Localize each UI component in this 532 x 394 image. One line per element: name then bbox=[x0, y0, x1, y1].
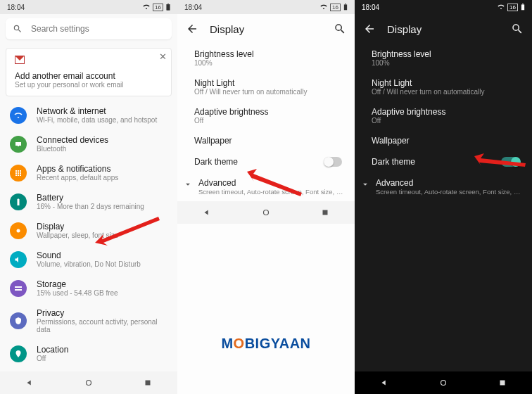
nav-bar bbox=[0, 371, 177, 394]
status-time: 18:04 bbox=[362, 4, 379, 11]
status-icons-right: 16 bbox=[320, 4, 348, 11]
row-advanced[interactable]: AdvancedScreen timeout, Auto-rotate scre… bbox=[355, 172, 532, 201]
svg-point-8 bbox=[264, 210, 269, 215]
search-icon[interactable] bbox=[334, 23, 346, 35]
row-subtitle: 15% used - 54.48 GB free bbox=[37, 289, 118, 297]
status-icons-right: 16 bbox=[498, 4, 525, 11]
panel-display-light: 18:04 16 Display Brightness level100% Ni… bbox=[177, 0, 355, 394]
row-title: Network & internet bbox=[37, 106, 157, 116]
sound-icon bbox=[10, 251, 27, 268]
svg-rect-7 bbox=[345, 4, 346, 4]
settings-row-sound[interactable]: SoundVolume, vibration, Do Not Disturb bbox=[0, 245, 177, 274]
settings-list: Network & internetWi-Fi, mobile, data us… bbox=[0, 101, 177, 371]
gmail-icon bbox=[15, 56, 25, 64]
svg-rect-4 bbox=[146, 381, 151, 386]
svg-rect-9 bbox=[323, 210, 328, 215]
nav-home-icon[interactable] bbox=[438, 378, 448, 388]
nav-home-icon[interactable] bbox=[261, 208, 271, 217]
settings-row-battery[interactable]: Battery16% - More than 2 days remaining bbox=[0, 187, 177, 216]
search-icon[interactable] bbox=[511, 23, 524, 35]
svg-point-13 bbox=[441, 381, 446, 386]
row-nightlight[interactable]: Night LightOff / Will never turn on auto… bbox=[355, 72, 532, 101]
settings-row-location[interactable]: LocationOff bbox=[0, 339, 177, 368]
battery-icon bbox=[10, 193, 27, 210]
row-brightness[interactable]: Brightness level100% bbox=[177, 44, 355, 72]
battery-icon bbox=[343, 4, 348, 11]
email-card[interactable]: ✕ Add another email account Set up your … bbox=[6, 48, 172, 96]
status-time: 18:04 bbox=[7, 4, 25, 11]
nav-recent-icon[interactable] bbox=[320, 208, 330, 217]
email-card-subtitle: Set up your personal or work email bbox=[15, 81, 163, 89]
status-time: 18:04 bbox=[184, 4, 202, 11]
badge-icon: 16 bbox=[507, 4, 518, 11]
row-nightlight[interactable]: Night LightOff / Will never turn on auto… bbox=[177, 72, 355, 101]
panel-display-dark: 18:04 16 Display Brightness level100% Ni… bbox=[355, 0, 532, 394]
nav-back-icon[interactable] bbox=[25, 378, 34, 388]
location-icon bbox=[10, 345, 27, 362]
settings-row-wifi[interactable]: Network & internetWi-Fi, mobile, data us… bbox=[0, 101, 177, 129]
row-title: Connected devices bbox=[37, 135, 108, 145]
display-icon bbox=[10, 222, 27, 239]
close-icon[interactable]: ✕ bbox=[159, 51, 167, 62]
svg-rect-14 bbox=[500, 381, 505, 386]
row-adaptive[interactable]: Adaptive brightnessOff bbox=[355, 101, 532, 130]
back-icon[interactable] bbox=[186, 23, 198, 35]
row-subtitle: Bluetooth bbox=[37, 145, 108, 153]
battery-icon bbox=[166, 4, 170, 11]
settings-row-storage[interactable]: Storage15% used - 54.48 GB free bbox=[0, 274, 177, 303]
status-bar: 18:04 16 bbox=[0, 0, 177, 14]
darktheme-switch-on[interactable] bbox=[501, 157, 519, 167]
row-title: Storage bbox=[37, 279, 118, 289]
svg-rect-12 bbox=[522, 4, 523, 4]
row-subtitle: Recent apps, default apps bbox=[37, 174, 118, 182]
badge-icon: 16 bbox=[330, 4, 341, 11]
nav-back-icon[interactable] bbox=[379, 378, 389, 388]
watermark: MOBIGYAAN bbox=[177, 336, 355, 352]
nav-home-icon[interactable] bbox=[84, 378, 94, 388]
settings-row-privacy[interactable]: PrivacyPermissions, account activity, pe… bbox=[0, 303, 177, 339]
row-subtitle: Permissions, account activity, personal … bbox=[37, 318, 167, 333]
wifi-icon bbox=[143, 4, 150, 11]
row-subtitle: Off bbox=[37, 355, 68, 362]
row-advanced[interactable]: AdvancedScreen timeout, Auto-rotate scre… bbox=[177, 172, 355, 201]
settings-row-devices[interactable]: Connected devicesBluetooth bbox=[0, 129, 177, 158]
devices-icon bbox=[10, 136, 27, 153]
row-title: Battery bbox=[37, 193, 144, 203]
row-subtitle: Wallpaper, sleep, font size bbox=[37, 231, 118, 239]
row-title: Display bbox=[37, 222, 118, 231]
row-subtitle: Wi-Fi, mobile, data usage, and hotspot bbox=[37, 116, 157, 124]
search-input[interactable] bbox=[31, 24, 165, 34]
appbar: Display bbox=[355, 14, 532, 44]
row-darktheme[interactable]: Dark theme bbox=[355, 151, 532, 172]
nav-back-icon[interactable] bbox=[202, 208, 212, 217]
nav-recent-icon[interactable] bbox=[143, 378, 153, 388]
status-bar: 18:04 16 bbox=[355, 0, 532, 14]
apps-icon bbox=[10, 165, 27, 182]
status-icons-right: 16 bbox=[143, 4, 170, 11]
page-title: Display bbox=[387, 23, 500, 35]
row-darktheme[interactable]: Dark theme bbox=[177, 151, 355, 172]
row-subtitle: Volume, vibration, Do Not Disturb bbox=[37, 260, 141, 268]
row-title: Apps & notifications bbox=[37, 164, 118, 174]
appbar: Display bbox=[177, 14, 355, 44]
email-card-title: Add another email account bbox=[15, 71, 163, 81]
row-adaptive[interactable]: Adaptive brightnessOff bbox=[177, 101, 355, 130]
search-icon bbox=[13, 24, 23, 34]
wifi-icon bbox=[10, 107, 27, 124]
storage-icon bbox=[10, 280, 27, 297]
row-brightness[interactable]: Brightness level100% bbox=[355, 44, 532, 72]
nav-recent-icon[interactable] bbox=[498, 378, 507, 388]
back-icon[interactable] bbox=[363, 23, 376, 35]
darktheme-switch-off[interactable] bbox=[324, 157, 342, 167]
row-wallpaper[interactable]: Wallpaper bbox=[355, 130, 532, 151]
settings-row-display[interactable]: DisplayWallpaper, sleep, font size bbox=[0, 216, 177, 245]
badge-icon: 16 bbox=[153, 4, 163, 11]
search-box[interactable] bbox=[6, 18, 172, 39]
settings-row-apps[interactable]: Apps & notificationsRecent apps, default… bbox=[0, 158, 177, 187]
privacy-icon bbox=[10, 312, 27, 329]
svg-point-2 bbox=[17, 229, 20, 232]
wifi-icon bbox=[320, 4, 327, 11]
row-wallpaper[interactable]: Wallpaper bbox=[177, 130, 355, 151]
status-bar: 18:04 16 bbox=[177, 0, 355, 14]
svg-rect-6 bbox=[344, 4, 347, 10]
